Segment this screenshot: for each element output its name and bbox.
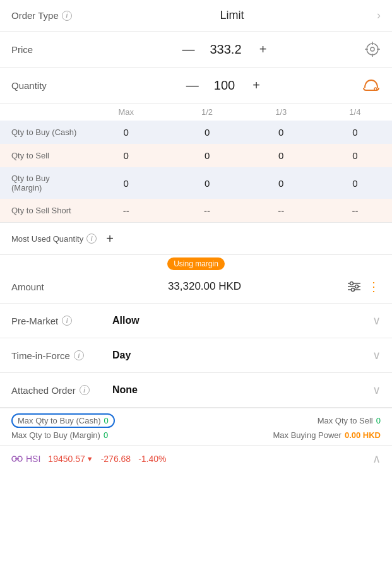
hsi-link-icon xyxy=(11,454,23,463)
attached-order-info-icon[interactable]: i xyxy=(80,385,90,395)
price-minus-button[interactable]: — xyxy=(179,40,197,58)
quantity-label: Quantity xyxy=(11,80,87,91)
max-qty-sell-label: Max Qty to Sell xyxy=(318,416,373,425)
row-half-2[interactable]: 0 xyxy=(170,167,244,199)
more-options-icon[interactable]: ⋮ xyxy=(367,279,381,294)
svg-point-0 xyxy=(367,44,378,55)
row-third-0[interactable]: 0 xyxy=(244,121,318,144)
row-half-0[interactable]: 0 xyxy=(170,121,244,144)
row-max-0[interactable]: 0 xyxy=(82,121,170,144)
attached-order-value: None xyxy=(112,384,372,396)
table-row[interactable]: Qty to Buy (Cash) 0 0 0 0 xyxy=(0,121,392,144)
bottom-stats-bar: Max Qty to Buy (Cash) 0 Max Qty to Sell … xyxy=(0,408,392,445)
amount-section: Using margin Amount 33,320.00 HKD ⋮ xyxy=(0,255,392,304)
max-qty-buy-margin-value: 0 xyxy=(104,430,108,440)
row-label-2: Qty to Buy (Margin) xyxy=(0,167,82,199)
row-third-1[interactable]: 0 xyxy=(244,144,318,167)
max-buying-power-item: Max Buying Power 0.00 HKD xyxy=(273,430,381,440)
time-in-force-label: Time-in-Force i xyxy=(11,350,112,361)
row-third-2[interactable]: 0 xyxy=(244,167,318,199)
max-buying-power-label: Max Buying Power xyxy=(273,430,342,440)
order-type-row[interactable]: Order Type i Limit › xyxy=(0,0,392,32)
amount-icons: ⋮ xyxy=(347,279,381,294)
most-used-quantity-row: Most Used Quantity i + xyxy=(0,223,392,255)
attached-order-label: Attached Order i xyxy=(11,385,112,396)
pre-market-info-icon[interactable]: i xyxy=(62,316,72,326)
quantity-auto-icon[interactable] xyxy=(362,78,381,93)
row-label-1: Qty to Sell xyxy=(0,144,82,167)
order-type-info-icon[interactable]: i xyxy=(62,11,72,21)
row-quarter-2[interactable]: 0 xyxy=(318,167,392,199)
col-header-max: Max xyxy=(82,104,170,121)
row-half-3[interactable]: -- xyxy=(170,199,244,222)
hsi-label: HSI xyxy=(11,454,40,464)
row-max-2[interactable]: 0 xyxy=(82,167,170,199)
most-used-quantity-add-button[interactable]: + xyxy=(102,230,118,247)
qty-table-section: Max 1/2 1/3 1/4 Qty to Buy (Cash) 0 0 0 … xyxy=(0,104,392,223)
hsi-price: 19450.57 ▼ xyxy=(48,454,93,464)
max-qty-buy-cash-item: Max Qty to Buy (Cash) 0 xyxy=(11,413,115,428)
most-used-quantity-info-icon[interactable]: i xyxy=(86,234,97,244)
row-quarter-3[interactable]: -- xyxy=(318,199,392,222)
price-label: Price xyxy=(11,44,87,55)
max-qty-buy-cash-label: Max Qty to Buy (Cash) xyxy=(18,416,100,425)
hsi-pct: -1.40% xyxy=(138,454,166,464)
row-label-3: Qty to Sell Short xyxy=(0,199,82,222)
row-label-0: Qty to Buy (Cash) xyxy=(0,121,82,144)
bottom-stats-row2: Max Qty to Buy (Margin) 0 Max Buying Pow… xyxy=(11,430,381,440)
price-end xyxy=(364,41,381,57)
col-header-label xyxy=(0,104,82,121)
price-value: 333.2 xyxy=(210,42,241,57)
row-max-3[interactable]: -- xyxy=(82,199,170,222)
bottom-stats-row1: Max Qty to Buy (Cash) 0 Max Qty to Sell … xyxy=(11,413,381,428)
quantity-minus-button[interactable]: — xyxy=(184,76,201,94)
filter-icon[interactable] xyxy=(347,281,361,292)
time-in-force-value: Day xyxy=(112,350,372,361)
svg-point-11 xyxy=(350,282,353,285)
quantity-end xyxy=(362,78,381,93)
quantity-plus-button[interactable]: + xyxy=(247,76,265,94)
row-half-1[interactable]: 0 xyxy=(170,144,244,167)
amount-row: Amount 33,320.00 HKD ⋮ xyxy=(0,270,392,303)
hsi-expand-icon[interactable]: ∧ xyxy=(372,452,381,466)
using-margin-badge: Using margin xyxy=(167,257,225,270)
order-type-chevron-icon: › xyxy=(377,9,381,22)
svg-point-1 xyxy=(371,47,374,51)
table-row[interactable]: Qty to Sell Short -- -- -- -- xyxy=(0,199,392,222)
svg-point-7 xyxy=(374,88,377,90)
max-qty-buy-margin-label: Max Qty to Buy (Margin) xyxy=(11,430,100,440)
quantity-row: Quantity — 100 + xyxy=(0,68,392,104)
price-plus-button[interactable]: + xyxy=(254,40,272,58)
hsi-footer: HSI 19450.57 ▼ -276.68 -1.40% ∧ xyxy=(0,445,392,472)
svg-point-12 xyxy=(355,285,359,288)
max-qty-buy-margin-item: Max Qty to Buy (Margin) 0 xyxy=(11,430,108,440)
max-qty-sell-value: 0 xyxy=(376,416,381,425)
pre-market-value: Allow xyxy=(112,315,372,326)
time-in-force-row[interactable]: Time-in-Force i Day ∨ xyxy=(0,338,392,373)
price-row: Price — 333.2 + xyxy=(0,32,392,68)
table-row[interactable]: Qty to Sell 0 0 0 0 xyxy=(0,144,392,167)
time-in-force-info-icon[interactable]: i xyxy=(74,350,84,360)
max-qty-sell-item: Max Qty to Sell 0 xyxy=(318,416,381,425)
max-qty-buy-cash-value: 0 xyxy=(104,416,108,425)
order-type-value: Limit xyxy=(87,9,377,22)
row-max-1[interactable]: 0 xyxy=(82,144,170,167)
time-in-force-chevron-icon[interactable]: ∨ xyxy=(372,348,381,362)
most-used-quantity-label: Most Used Quantity i xyxy=(11,234,97,244)
attached-order-row[interactable]: Attached Order i None ∨ xyxy=(0,373,392,408)
amount-value: 33,320.00 HKD xyxy=(62,280,347,293)
row-third-3[interactable]: -- xyxy=(244,199,318,222)
table-row[interactable]: Qty to Buy (Margin) 0 0 0 0 xyxy=(0,167,392,199)
hsi-change: -276.68 xyxy=(101,454,131,464)
row-quarter-0[interactable]: 0 xyxy=(318,121,392,144)
svg-point-13 xyxy=(352,288,355,292)
row-quarter-1[interactable]: 0 xyxy=(318,144,392,167)
pre-market-row[interactable]: Pre-Market i Allow ∨ xyxy=(0,304,392,338)
crosshair-icon[interactable] xyxy=(364,41,381,57)
attached-order-chevron-icon[interactable]: ∨ xyxy=(372,383,381,397)
pre-market-chevron-icon[interactable]: ∨ xyxy=(372,314,381,328)
max-buying-power-value: 0.00 HKD xyxy=(345,430,381,440)
amount-label: Amount xyxy=(11,281,62,292)
order-type-end: › xyxy=(377,9,381,22)
qty-table: Max 1/2 1/3 1/4 Qty to Buy (Cash) 0 0 0 … xyxy=(0,104,392,222)
